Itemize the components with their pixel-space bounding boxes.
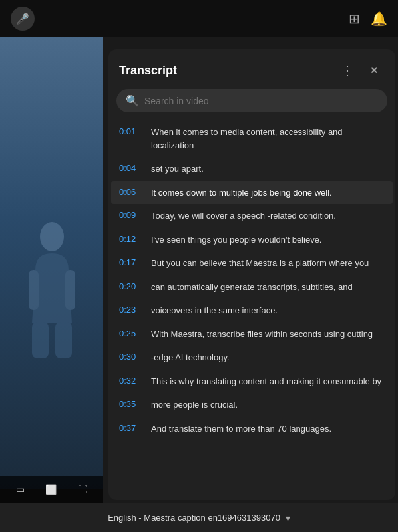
svg-rect-4: [65, 270, 75, 310]
transcript-entry[interactable]: 0:20can automatically generate transcrip…: [111, 275, 393, 299]
timestamp: 0:09: [119, 209, 143, 220]
person-silhouette: [29, 217, 75, 363]
video-content: [0, 37, 103, 489]
svg-point-0: [40, 222, 64, 251]
mic-icon: 🎤: [16, 13, 29, 25]
transcript-header: Transcript ⋮ ✕: [108, 49, 395, 89]
add-video-icon[interactable]: ⊞: [349, 11, 360, 27]
transcript-entry[interactable]: 0:25With Maestra, transcribe files withi…: [111, 323, 393, 346]
search-icon: 🔍: [126, 94, 139, 107]
entry-text: And translate them to more than 70 langu…: [151, 422, 331, 436]
caption-chevron-icon[interactable]: ▾: [286, 513, 290, 523]
transcript-entry[interactable]: 0:30-edge AI technology.: [111, 346, 393, 370]
transcript-entry[interactable]: 0:23voiceovers in the same interface.: [111, 299, 393, 323]
transcript-entry[interactable]: 0:12I've seen things you people wouldn't…: [111, 228, 393, 252]
search-bar: 🔍: [116, 89, 387, 112]
entry-text: -edge AI technology.: [151, 351, 230, 364]
timestamp: 0:20: [119, 281, 143, 291]
timestamp: 0:04: [119, 162, 143, 173]
timestamp: 0:06: [119, 186, 143, 197]
transcript-header-icons: ⋮ ✕: [337, 60, 385, 81]
entry-text: set you apart.: [151, 162, 204, 176]
entry-text: more people is crucial.: [151, 398, 238, 412]
transcript-title: Transcript: [119, 64, 177, 78]
transcript-entry[interactable]: 0:09Today, we will cover a speech -relat…: [111, 204, 393, 228]
transcript-list: 0:01When it comes to media content, acce…: [108, 120, 395, 500]
transcript-entry[interactable]: 0:17But you can believe that Maestra is …: [111, 251, 393, 275]
transcript-entry[interactable]: 0:35more people is crucial.: [111, 393, 393, 417]
timestamp: 0:30: [119, 351, 143, 362]
video-controls: ▭ ⬜ ⛶: [0, 476, 103, 503]
entry-text: Today, we will cover a speech -related c…: [151, 209, 336, 223]
timestamp: 0:23: [119, 304, 143, 315]
entry-text: I've seen things you people wouldn't bel…: [151, 233, 321, 247]
control-screen-icon[interactable]: ⬜: [45, 484, 57, 495]
top-bar-icons: ⊞ 🔔: [349, 11, 387, 27]
entry-text: It comes down to multiple jobs being don…: [151, 186, 332, 200]
more-options-button[interactable]: ⋮: [337, 60, 358, 81]
video-area: [0, 37, 103, 489]
timestamp: 0:01: [119, 126, 143, 136]
bottom-bar: English - Maestra caption en169463139307…: [0, 503, 398, 532]
svg-rect-3: [29, 270, 39, 310]
timestamp: 0:12: [119, 233, 143, 244]
entry-text: With Maestra, transcribe files within se…: [151, 328, 373, 341]
timestamp: 0:17: [119, 257, 143, 267]
entry-text: This is why translating content and maki…: [151, 375, 381, 388]
svg-rect-2: [55, 322, 72, 358]
bell-icon[interactable]: 🔔: [371, 11, 387, 27]
transcript-panel: Transcript ⋮ ✕ 🔍 0:01When it comes to me…: [108, 49, 395, 500]
timestamp: 0:25: [119, 328, 143, 338]
timestamp: 0:35: [119, 398, 143, 409]
timestamp: 0:32: [119, 375, 143, 386]
control-fullscreen-icon[interactable]: ⛶: [78, 484, 87, 495]
transcript-entry[interactable]: 0:01When it comes to media content, acce…: [111, 120, 393, 157]
transcript-entry[interactable]: 0:06It comes down to multiple jobs being…: [111, 181, 393, 205]
top-bar: 🎤 ⊞ 🔔: [0, 0, 398, 37]
more-vert-icon: ⋮: [341, 63, 354, 78]
caption-language-label: English - Maestra caption en169463139307…: [108, 513, 280, 523]
svg-rect-1: [32, 322, 49, 358]
search-input[interactable]: [144, 96, 378, 106]
timestamp: 0:37: [119, 422, 143, 433]
control-rect-icon[interactable]: ▭: [16, 484, 25, 495]
transcript-entry[interactable]: 0:37And translate them to more than 70 l…: [111, 417, 393, 441]
entry-text: But you can believe that Maestra is a pl…: [151, 257, 369, 270]
entry-text: can automatically generate transcripts, …: [151, 281, 353, 294]
entry-text: voiceovers in the same interface.: [151, 304, 278, 317]
close-button[interactable]: ✕: [363, 60, 385, 81]
mic-button[interactable]: 🎤: [11, 7, 35, 31]
transcript-entry[interactable]: 0:32This is why translating content and …: [111, 370, 393, 394]
entry-text: When it comes to media content, accessib…: [151, 126, 385, 152]
close-icon: ✕: [370, 65, 378, 76]
transcript-entry[interactable]: 0:04set you apart.: [111, 157, 393, 181]
